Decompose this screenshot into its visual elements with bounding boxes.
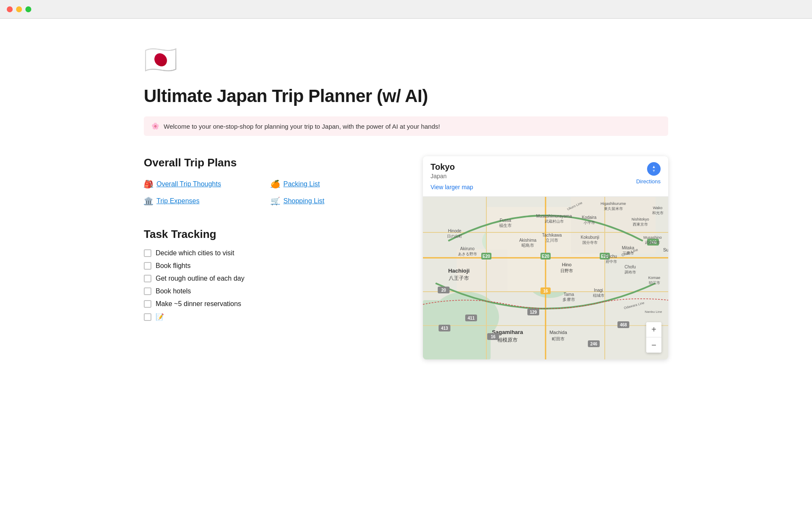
svg-text:あきる野市: あきる野市 [458, 252, 477, 256]
task-list: Decide which cities to visit Book flight… [144, 249, 398, 321]
packing-label: Packing List [283, 180, 320, 188]
svg-rect-5 [423, 300, 491, 359]
svg-text:20: 20 [441, 288, 446, 293]
trip-plan-item-packing[interactable]: 🍊 Packing List [271, 178, 398, 190]
trip-plan-item-expenses[interactable]: 🏛️ Trip Expenses [144, 195, 271, 207]
task-tracking-section: Task Tracking Decide which cities to vis… [144, 228, 398, 321]
svg-text:Musashino: Musashino [643, 235, 662, 240]
svg-text:日の出町: 日の出町 [447, 234, 462, 238]
svg-text:西東京市: 西東京市 [633, 222, 648, 226]
view-larger-map-link[interactable]: View larger map [431, 184, 473, 190]
svg-text:Komae: Komae [648, 276, 661, 280]
thoughts-icon: 🎒 [144, 179, 153, 189]
svg-text:Nanbu Line: Nanbu Line [645, 310, 662, 314]
traffic-lights [7, 6, 31, 12]
svg-text:府中市: 府中市 [606, 260, 617, 264]
titlebar [0, 0, 812, 19]
map-popup: Tokyo Japan View larger map Directions [423, 156, 668, 197]
svg-text:Tachikawa: Tachikawa [542, 233, 562, 237]
svg-text:E20: E20 [542, 254, 549, 259]
directions-icon[interactable] [647, 162, 661, 176]
task-checkbox-extra[interactable] [144, 313, 151, 321]
svg-text:和光市: 和光市 [652, 211, 664, 215]
svg-text:調布市: 調布市 [625, 270, 636, 274]
svg-text:Higashikurume: Higashikurume [601, 202, 626, 206]
svg-text:相模原市: 相模原市 [497, 337, 518, 343]
svg-text:Nishitokyo: Nishitokyo [631, 217, 649, 221]
page-icon: 🇯🇵 [144, 44, 668, 76]
map-zoom-controls: + − [646, 322, 661, 353]
task-checkbox-dinner[interactable] [144, 300, 151, 308]
svg-text:Fuchu: Fuchu [605, 254, 617, 259]
svg-text:国分寺市: 国分寺市 [582, 240, 598, 245]
task-label-dinner: Make ~5 dinner reservations [156, 300, 241, 308]
map-popup-actions: Directions [636, 162, 661, 185]
task-item-extra: 📝 [144, 313, 398, 321]
task-checkbox-flights[interactable] [144, 262, 151, 270]
svg-text:Akishima: Akishima [519, 238, 537, 243]
svg-text:Tama: Tama [564, 292, 574, 297]
task-item-flights: Book flights [144, 262, 398, 270]
task-tracking-title: Task Tracking [144, 228, 398, 241]
map-container: Tokyo Japan View larger map Directions [423, 156, 668, 359]
svg-text:Machida: Machida [549, 330, 567, 335]
svg-text:Inagi: Inagi [594, 288, 603, 293]
trip-plans-title: Overall Trip Plans [144, 156, 398, 169]
svg-text:小平市: 小平市 [584, 221, 595, 225]
task-checkbox-cities[interactable] [144, 249, 151, 257]
task-item-dinner: Make ~5 dinner reservations [144, 300, 398, 308]
welcome-banner: 🌸 Welcome to your one-stop-shop for plan… [144, 116, 668, 136]
zoom-out-button[interactable]: − [646, 337, 661, 353]
welcome-icon: 🌸 [151, 122, 159, 130]
directions-label[interactable]: Directions [636, 178, 661, 185]
task-label-flights: Book flights [156, 262, 191, 270]
welcome-text: Welcome to your one-stop-shop for planni… [164, 123, 440, 130]
svg-text:Kokubunji: Kokubunji [581, 235, 599, 240]
svg-text:Chofu: Chofu [625, 265, 636, 269]
task-item-cities: Decide which cities to visit [144, 249, 398, 257]
page-title: Ultimate Japan Trip Planner (w/ AI) [144, 86, 668, 106]
svg-text:Wako: Wako [653, 206, 663, 210]
map-country-name: Japan [431, 173, 473, 179]
task-checkbox-hotels[interactable] [144, 287, 151, 295]
task-item-outline: Get rough outline of each day [144, 275, 398, 282]
trip-plan-item-shopping[interactable]: 🛒 Shopping List [271, 195, 398, 207]
maximize-button[interactable] [25, 6, 31, 12]
trip-plans-grid: 🎒 Overall Trip Thoughts 🍊 Packing List 🏛… [144, 178, 398, 207]
shopping-label: Shopping List [283, 197, 324, 205]
svg-text:16: 16 [543, 289, 548, 293]
svg-text:468: 468 [620, 323, 627, 327]
thoughts-label: Overall Trip Thoughts [156, 180, 221, 188]
trip-plans-section: Overall Trip Plans 🎒 Overall Trip Though… [144, 156, 398, 207]
svg-text:多摩市: 多摩市 [562, 297, 575, 302]
svg-text:E20: E20 [483, 254, 490, 259]
svg-text:狛江市: 狛江市 [649, 281, 660, 285]
svg-text:Kodaira: Kodaira [582, 215, 597, 220]
svg-text:立川市: 立川市 [546, 238, 558, 243]
svg-text:武蔵村山市: 武蔵村山市 [545, 219, 564, 224]
svg-text:Fussa: Fussa [499, 218, 511, 223]
map-popup-info: Tokyo Japan View larger map [431, 162, 473, 190]
svg-text:町田市: 町田市 [552, 337, 565, 341]
packing-icon: 🍊 [271, 179, 280, 189]
svg-text:Hino: Hino [562, 262, 572, 267]
task-emoji-extra: 📝 [156, 313, 164, 321]
close-button[interactable] [7, 6, 13, 12]
task-checkbox-outline[interactable] [144, 275, 151, 282]
zoom-in-button[interactable]: + [646, 322, 661, 337]
task-label-outline: Get rough outline of each day [156, 275, 244, 282]
svg-text:129: 129 [530, 310, 537, 315]
svg-text:413: 413 [441, 326, 448, 331]
svg-text:411: 411 [468, 316, 475, 320]
svg-text:16: 16 [491, 334, 496, 339]
svg-text:武蔵野市: 武蔵野市 [645, 240, 660, 245]
expenses-label: Trip Expenses [156, 197, 200, 205]
trip-plan-item-thoughts[interactable]: 🎒 Overall Trip Thoughts [144, 178, 271, 190]
expenses-icon: 🏛️ [144, 196, 153, 206]
task-label-cities: Decide which cities to visit [156, 249, 234, 257]
svg-text:Sugi: Sugi [663, 247, 668, 252]
content-area: 🇯🇵 Ultimate Japan Trip Planner (w/ AI) 🌸… [110, 19, 702, 393]
svg-text:Hinode: Hinode [448, 229, 461, 233]
map-city-name: Tokyo [431, 162, 473, 172]
minimize-button[interactable] [16, 6, 22, 12]
